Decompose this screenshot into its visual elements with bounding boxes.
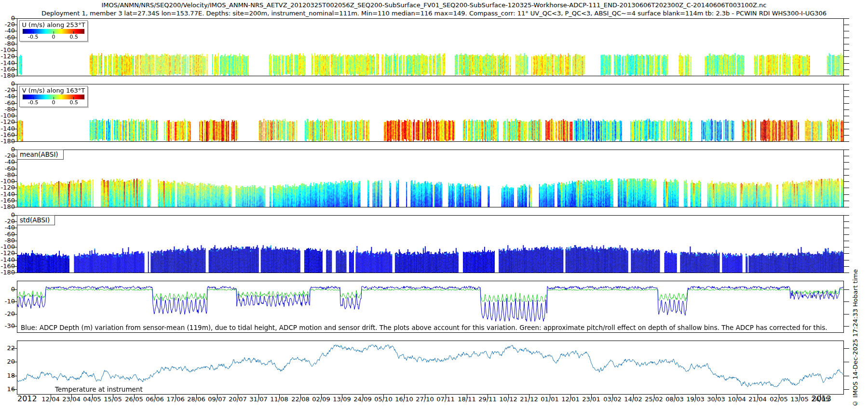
depth-variation-caption: Blue: ADCP Depth (m) variation from sens… <box>21 324 827 331</box>
axis-tick <box>12 44 17 44</box>
colorbar-tick-label: -0.5 <box>28 34 38 40</box>
u-colorbar-wrap: -0.5 0 0.5 <box>23 29 84 40</box>
axis-tick <box>12 362 17 362</box>
year-label-start: 2012 <box>17 394 37 403</box>
mean-absi-heatmap <box>17 150 843 207</box>
axis-tick <box>12 215 17 216</box>
adcp-diagnostic-figure: IMOS/ANMN/NRS/SEQ200/Velocity/IMOS_ANMN-… <box>0 0 868 410</box>
v-colorbar-wrap: -0.5 0 0.5 <box>23 95 84 105</box>
axis-tick <box>12 260 17 260</box>
axis-tick <box>844 253 849 254</box>
axis-tick <box>12 253 17 254</box>
axis-tick <box>844 25 849 25</box>
axis-tick <box>844 273 849 273</box>
axis-tick <box>844 228 849 228</box>
axis-tick <box>12 376 17 376</box>
axis-tick <box>844 266 849 267</box>
axis-tick <box>12 25 17 25</box>
axis-tick <box>12 326 17 327</box>
axis-tick <box>12 122 17 123</box>
u-legend-title: U (m/s) along 253°T <box>20 21 87 28</box>
axis-tick <box>844 314 849 314</box>
axis-tick <box>12 162 17 163</box>
axis-tick <box>12 228 17 228</box>
v-velocity-heatmap <box>17 84 843 141</box>
axis-tick <box>844 241 849 241</box>
axis-tick <box>12 194 17 195</box>
axis-tick <box>12 90 17 91</box>
axis-tick <box>844 162 849 163</box>
axis-tick <box>12 241 17 241</box>
axis-tick <box>12 56 17 57</box>
axis-tick <box>12 129 17 129</box>
axis-tick <box>12 50 17 51</box>
axis-tick <box>12 234 17 235</box>
axis-tick <box>12 175 17 176</box>
axis-tick <box>844 175 849 176</box>
copyright-stamp: © IMOS 14-Dec-2025 17:24:33 Hobart time <box>852 269 859 407</box>
v-colorbar <box>23 95 84 99</box>
axis-tick <box>844 194 849 195</box>
panel-v-velocity: V (m/s) along 163°T -0.5 0 0.5 <box>17 84 844 142</box>
axis-tick <box>844 389 849 390</box>
axis-tick <box>12 301 17 302</box>
axis-tick <box>12 188 17 188</box>
mean-absi-label: mean(ABSI) <box>17 150 64 160</box>
axis-tick <box>844 301 849 302</box>
axis-tick <box>844 188 849 188</box>
axis-tick <box>844 181 849 182</box>
axis-tick <box>12 69 17 70</box>
axis-tick <box>844 56 849 57</box>
x-tick-label: 24/05 <box>808 396 833 403</box>
colorbar-tick-label: 0 <box>52 99 55 106</box>
panel-depth-variation: Blue: ADCP Depth (m) variation from sens… <box>17 281 844 333</box>
axis-tick <box>12 31 17 31</box>
panel-u-velocity: U (m/s) along 253°T -0.5 0 0.5 <box>17 18 844 76</box>
panel-temperature: Temperature at instrument <box>17 341 844 395</box>
axis-tick <box>844 201 849 201</box>
axis-tick <box>12 273 17 273</box>
axis-tick <box>844 135 849 136</box>
axis-tick <box>12 84 17 84</box>
axis-tick <box>844 129 849 129</box>
axis-tick <box>844 362 849 362</box>
axis-tick <box>844 38 849 38</box>
axis-tick <box>844 260 849 260</box>
axis-tick <box>844 150 849 150</box>
axis-tick <box>12 181 17 182</box>
axis-tick <box>12 247 17 247</box>
axis-tick <box>12 109 17 110</box>
axis-tick <box>844 169 849 169</box>
axis-tick <box>12 169 17 169</box>
axis-tick <box>844 103 849 104</box>
axis-tick <box>12 207 17 207</box>
axis-tick <box>12 201 17 201</box>
axis-tick <box>844 96 849 97</box>
axis-tick <box>844 215 849 216</box>
axis-tick <box>844 234 849 235</box>
axis-tick <box>844 109 849 110</box>
axis-tick <box>844 221 849 222</box>
axis-tick <box>12 314 17 314</box>
axis-tick <box>844 69 849 70</box>
axis-tick <box>12 76 17 76</box>
std-absi-heatmap <box>17 216 843 273</box>
axis-tick <box>12 221 17 222</box>
axis-tick <box>12 116 17 116</box>
v-colorbar-legend: V (m/s) along 163°T -0.5 0 0.5 <box>19 86 88 107</box>
axis-tick <box>844 376 849 376</box>
u-colorbar <box>23 29 84 34</box>
axis-tick <box>844 122 849 123</box>
figure-subtitle-deployment: Deployment 1, member 3 lat=27.34S lon=15… <box>0 10 868 17</box>
axis-tick <box>844 326 849 327</box>
axis-tick <box>12 289 17 290</box>
axis-tick <box>12 63 17 64</box>
axis-tick <box>844 84 849 84</box>
axis-tick <box>844 63 849 64</box>
panel-std-absi: std(ABSI) <box>17 215 844 273</box>
axis-tick <box>844 50 849 51</box>
axis-tick <box>12 103 17 104</box>
std-absi-label: std(ABSI) <box>17 215 55 225</box>
axis-tick <box>844 247 849 247</box>
axis-tick <box>844 31 849 31</box>
